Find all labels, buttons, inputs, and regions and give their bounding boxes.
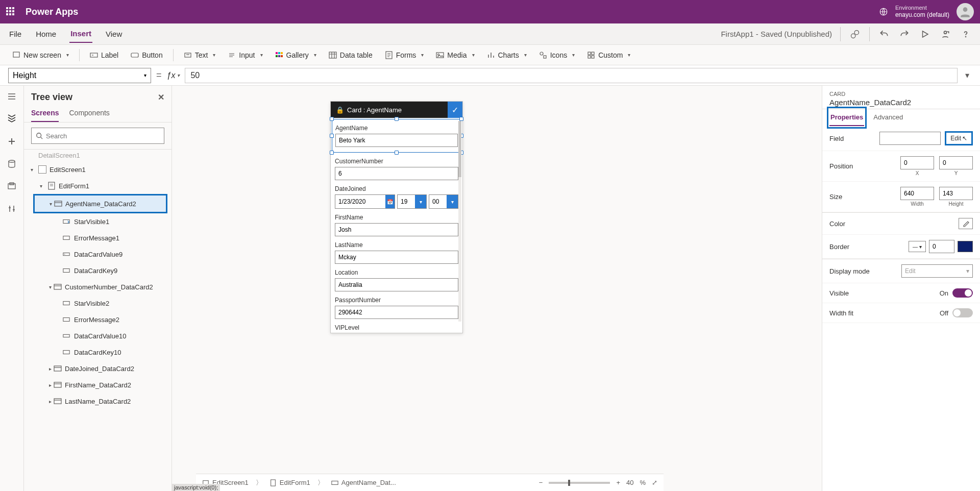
- resize-handle[interactable]: [459, 117, 463, 121]
- minute-dropdown-icon[interactable]: ▾: [447, 195, 458, 208]
- formula-input[interactable]: 50: [185, 68, 958, 83]
- tree-node-errormessage2[interactable]: ErrorMessage2: [24, 311, 172, 328]
- tree-search-input[interactable]: [46, 132, 160, 140]
- tree-node-detailscreen[interactable]: DetailScreen1: [24, 149, 172, 161]
- resize-handle[interactable]: [330, 151, 334, 155]
- tree-node-starvisible1[interactable]: StarVisible1: [24, 213, 172, 230]
- menu-file[interactable]: File: [8, 26, 22, 42]
- menu-home[interactable]: Home: [35, 26, 57, 42]
- zoom-in-icon[interactable]: +: [616, 479, 620, 486]
- size-height-input[interactable]: [939, 187, 973, 200]
- redo-icon[interactable]: [898, 28, 911, 40]
- form-scrollbar[interactable]: [458, 121, 461, 322]
- calendar-icon[interactable]: 📅: [385, 195, 395, 208]
- resize-handle[interactable]: [330, 117, 334, 121]
- menu-insert[interactable]: Insert: [69, 25, 92, 43]
- icons-button[interactable]: Icons: [534, 49, 580, 61]
- resize-handle[interactable]: [330, 134, 334, 138]
- media-button[interactable]: Media: [431, 49, 479, 61]
- position-x-input[interactable]: [900, 156, 934, 169]
- user-avatar[interactable]: [957, 3, 974, 20]
- tab-components[interactable]: Components: [69, 105, 109, 122]
- zoom-out-icon[interactable]: −: [539, 479, 543, 486]
- display-mode-select[interactable]: Edit▾: [901, 264, 973, 278]
- tab-advanced[interactable]: Advanced: [872, 109, 904, 126]
- app-launcher-icon[interactable]: [6, 7, 15, 16]
- minute-input[interactable]: [429, 195, 447, 208]
- submit-check-icon[interactable]: ✓: [448, 102, 462, 118]
- undo-icon[interactable]: [878, 28, 890, 40]
- rail-treeview-icon[interactable]: [6, 113, 17, 125]
- hour-dropdown-icon[interactable]: ▾: [415, 195, 426, 208]
- fit-screen-icon[interactable]: ⤢: [652, 479, 657, 486]
- field-value-box[interactable]: [879, 132, 941, 145]
- canvas-area[interactable]: 🔒Card : AgentName ✓ AgentName CustomerNu…: [172, 86, 822, 491]
- text-button[interactable]: Text: [179, 49, 221, 61]
- tree-node-firstname-card[interactable]: ▸FirstName_DataCard2: [24, 377, 172, 393]
- close-panel-icon[interactable]: ✕: [158, 92, 164, 102]
- tree-node-datejoined-card[interactable]: ▸DateJoined_DataCard2: [24, 360, 172, 377]
- new-screen-button[interactable]: New screen: [7, 49, 74, 61]
- border-color-swatch[interactable]: [958, 241, 973, 252]
- help-icon[interactable]: [960, 28, 972, 40]
- rail-media-icon[interactable]: [6, 181, 17, 192]
- app-checker-icon[interactable]: [849, 28, 861, 40]
- button-button[interactable]: Button: [126, 49, 167, 61]
- field-input-lastname[interactable]: [335, 251, 458, 264]
- datatable-button[interactable]: Data table: [324, 49, 378, 61]
- hour-input[interactable]: [398, 195, 415, 208]
- field-input-firstname[interactable]: [335, 223, 458, 236]
- tree-node-lastname-card[interactable]: ▸LastName_DataCard2: [24, 393, 172, 409]
- menu-view[interactable]: View: [105, 26, 123, 42]
- field-input-passport[interactable]: [335, 306, 458, 319]
- tree-node-editform[interactable]: ▾EditForm1: [24, 178, 172, 194]
- property-selector[interactable]: Height▾: [8, 68, 151, 83]
- tree-node-datacardvalue9[interactable]: DataCardValue9: [24, 246, 172, 262]
- tab-screens[interactable]: Screens: [31, 105, 59, 122]
- tree-node-editscreen[interactable]: ▾EditScreen1: [24, 161, 172, 178]
- custom-button[interactable]: Custom: [582, 49, 635, 61]
- tree-node-agentname-card[interactable]: ▾AgentName_DataCard2: [35, 195, 166, 212]
- crumb-card[interactable]: AgentName_Dat...: [331, 479, 396, 486]
- border-width-input[interactable]: [929, 240, 954, 253]
- rail-hamburger-icon[interactable]: [6, 91, 17, 102]
- resize-handle[interactable]: [395, 117, 399, 121]
- size-width-input[interactable]: [900, 187, 934, 200]
- rail-insert-icon[interactable]: [6, 136, 17, 147]
- fx-icon[interactable]: ƒx: [167, 71, 180, 80]
- rail-data-icon[interactable]: [6, 158, 17, 169]
- field-input-agent[interactable]: [335, 134, 458, 147]
- visible-toggle[interactable]: [952, 288, 973, 298]
- border-style-select[interactable]: — ▾: [909, 241, 926, 252]
- tree-node-customernumber-card[interactable]: ▾CustomerNumber_DataCard2: [24, 279, 172, 295]
- expand-formula-icon[interactable]: ▾: [963, 70, 972, 80]
- input-button[interactable]: Input: [223, 49, 267, 61]
- edit-form-preview[interactable]: 🔒Card : AgentName ✓ AgentName CustomerNu…: [330, 101, 463, 333]
- crumb-form[interactable]: EditForm1: [270, 479, 310, 486]
- tree-node-datacardkey9[interactable]: DataCardKey9: [24, 262, 172, 279]
- widthfit-toggle[interactable]: [952, 308, 973, 317]
- charts-button[interactable]: Charts: [482, 49, 532, 61]
- tree-node-starvisible2[interactable]: StarVisible2: [24, 295, 172, 311]
- field-input-customer[interactable]: [335, 167, 458, 180]
- environment-info[interactable]: Environment enayu.com (default): [895, 5, 949, 19]
- rail-advanced-icon[interactable]: [6, 203, 17, 214]
- tab-properties[interactable]: Properties: [829, 109, 864, 126]
- play-icon[interactable]: [919, 28, 931, 40]
- edit-field-button[interactable]: Edit↖: [945, 131, 973, 145]
- zoom-slider[interactable]: [549, 482, 610, 484]
- tree-node-errormessage1[interactable]: ErrorMessage1: [24, 230, 172, 246]
- forms-button[interactable]: Forms: [380, 49, 429, 61]
- share-icon[interactable]: [939, 28, 951, 40]
- position-y-input[interactable]: [939, 156, 973, 169]
- tree-node-datacardvalue10[interactable]: DataCardValue10: [24, 328, 172, 344]
- selected-datacard[interactable]: AgentName: [332, 119, 461, 153]
- resize-handle[interactable]: [395, 151, 399, 155]
- gallery-button[interactable]: Gallery: [270, 49, 322, 61]
- tree-node-datacardkey10[interactable]: DataCardKey10: [24, 344, 172, 360]
- date-input[interactable]: [335, 195, 385, 208]
- label-button[interactable]: Label: [85, 49, 124, 61]
- color-picker[interactable]: [959, 218, 973, 229]
- field-input-location[interactable]: [335, 278, 458, 291]
- tree-search[interactable]: [31, 128, 164, 144]
